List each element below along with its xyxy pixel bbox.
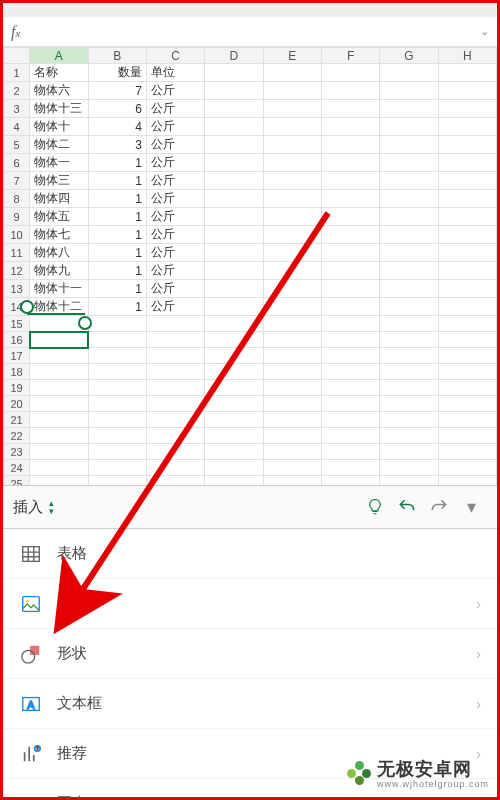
cell[interactable]: [263, 316, 321, 332]
cell[interactable]: [263, 460, 321, 476]
cell[interactable]: [380, 316, 438, 332]
cell[interactable]: [30, 380, 88, 396]
cell[interactable]: [380, 476, 438, 486]
row-header[interactable]: 4: [4, 118, 30, 136]
column-header[interactable]: E: [263, 48, 321, 64]
cell[interactable]: [30, 396, 88, 412]
cell[interactable]: [321, 172, 379, 190]
cell[interactable]: [263, 298, 321, 316]
cell[interactable]: 1: [88, 244, 146, 262]
redo-icon[interactable]: [423, 497, 455, 517]
cell[interactable]: [263, 428, 321, 444]
row-header[interactable]: 3: [4, 100, 30, 118]
cell[interactable]: 物体十二: [30, 298, 88, 316]
cell[interactable]: [321, 226, 379, 244]
cell[interactable]: [321, 100, 379, 118]
cell[interactable]: [88, 460, 146, 476]
cell[interactable]: [321, 364, 379, 380]
cell[interactable]: 公斤: [146, 244, 204, 262]
cell[interactable]: [438, 396, 496, 412]
cell[interactable]: [438, 64, 496, 82]
menu-item-textbox[interactable]: A文本框›: [3, 679, 497, 729]
chevron-down-icon[interactable]: ⌄: [480, 25, 489, 38]
cell[interactable]: 物体十: [30, 118, 88, 136]
cell[interactable]: [380, 444, 438, 460]
row-header[interactable]: 25: [4, 476, 30, 486]
cell[interactable]: [88, 444, 146, 460]
cell[interactable]: [380, 428, 438, 444]
cell[interactable]: 7: [88, 82, 146, 100]
cell[interactable]: [438, 444, 496, 460]
cell[interactable]: 物体七: [30, 226, 88, 244]
cell[interactable]: [88, 428, 146, 444]
cell[interactable]: [380, 412, 438, 428]
cell[interactable]: 公斤: [146, 226, 204, 244]
spreadsheet-grid[interactable]: ABCDEFGH 1名称数量单位2物体六7公斤3物体十三6公斤4物体十4公斤5物…: [3, 47, 497, 485]
row-header[interactable]: 12: [4, 262, 30, 280]
cell[interactable]: [380, 100, 438, 118]
cell[interactable]: [146, 444, 204, 460]
mode-selector[interactable]: 插入: [13, 498, 43, 517]
cell[interactable]: [205, 412, 263, 428]
more-icon[interactable]: ▾: [455, 496, 487, 518]
cell[interactable]: [88, 380, 146, 396]
lightbulb-icon[interactable]: [359, 498, 391, 516]
cell[interactable]: [438, 100, 496, 118]
cell[interactable]: 1: [88, 298, 146, 316]
cell[interactable]: [88, 396, 146, 412]
cell[interactable]: [380, 380, 438, 396]
cell[interactable]: [263, 172, 321, 190]
cell[interactable]: [380, 244, 438, 262]
cell[interactable]: [438, 316, 496, 332]
cell[interactable]: [380, 364, 438, 380]
cell[interactable]: [205, 64, 263, 82]
cell[interactable]: 物体八: [30, 244, 88, 262]
cell[interactable]: 公斤: [146, 172, 204, 190]
row-header[interactable]: 20: [4, 396, 30, 412]
cell[interactable]: [321, 412, 379, 428]
cell[interactable]: 公斤: [146, 82, 204, 100]
cell[interactable]: [263, 262, 321, 280]
cell[interactable]: [321, 460, 379, 476]
cell[interactable]: [263, 380, 321, 396]
cell[interactable]: [263, 64, 321, 82]
cell[interactable]: [205, 208, 263, 226]
cell[interactable]: [263, 154, 321, 172]
cell[interactable]: [146, 380, 204, 396]
cell[interactable]: 1: [88, 262, 146, 280]
row-header[interactable]: 16: [4, 332, 30, 348]
cell[interactable]: 1: [88, 280, 146, 298]
cell[interactable]: [380, 64, 438, 82]
row-header[interactable]: 22: [4, 428, 30, 444]
row-header[interactable]: 6: [4, 154, 30, 172]
cell[interactable]: [321, 332, 379, 348]
cell[interactable]: 1: [88, 226, 146, 244]
cell[interactable]: 物体五: [30, 208, 88, 226]
cell[interactable]: 公斤: [146, 100, 204, 118]
cell[interactable]: [205, 476, 263, 486]
cell[interactable]: [88, 348, 146, 364]
cell[interactable]: [146, 428, 204, 444]
cell[interactable]: 物体三: [30, 172, 88, 190]
cell[interactable]: [380, 118, 438, 136]
cell[interactable]: [380, 154, 438, 172]
cell[interactable]: [205, 262, 263, 280]
cell[interactable]: [263, 136, 321, 154]
cell[interactable]: [321, 476, 379, 486]
cell[interactable]: 名称: [30, 64, 88, 82]
row-header[interactable]: 7: [4, 172, 30, 190]
cell[interactable]: [205, 332, 263, 348]
cell[interactable]: 公斤: [146, 154, 204, 172]
cell[interactable]: [438, 332, 496, 348]
cell[interactable]: [438, 380, 496, 396]
cell[interactable]: [263, 364, 321, 380]
cell[interactable]: [263, 444, 321, 460]
cell[interactable]: [438, 476, 496, 486]
column-header[interactable]: D: [205, 48, 263, 64]
corner-cell[interactable]: [4, 48, 30, 64]
cell[interactable]: [380, 82, 438, 100]
cell[interactable]: [321, 64, 379, 82]
cell[interactable]: [380, 190, 438, 208]
cell[interactable]: [30, 412, 88, 428]
menu-item-shapes[interactable]: 形状›: [3, 629, 497, 679]
